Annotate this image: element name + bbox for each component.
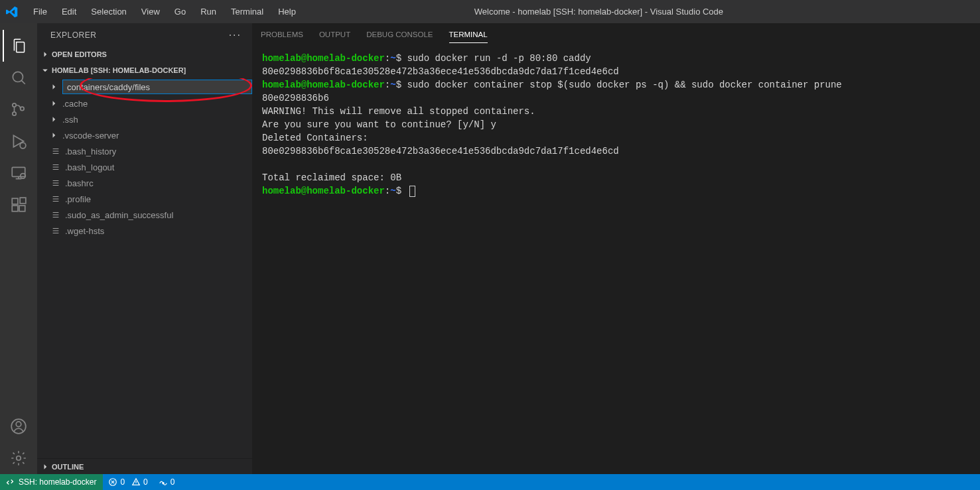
folder-label: .vscode-server — [62, 131, 119, 141]
svg-point-1 — [13, 103, 16, 107]
tab-debug-console[interactable]: DEBUG CONSOLE — [366, 27, 433, 42]
terminal-prompt-user: homelab@homelab-docker — [262, 186, 385, 196]
chevron-right-icon — [49, 83, 58, 91]
svg-rect-7 — [12, 198, 18, 204]
activity-settings-icon[interactable] — [3, 442, 35, 474]
svg-rect-9 — [19, 206, 25, 212]
editor-area: PROBLEMS OUTPUT DEBUG CONSOLE TERMINAL h… — [252, 23, 980, 474]
file-icon — [50, 178, 61, 188]
file-wget-hsts[interactable]: .wget-hsts — [37, 223, 252, 239]
terminal-prompt-user: homelab@homelab-docker — [262, 53, 385, 64]
chevron-right-icon — [41, 463, 49, 471]
explorer-more-icon[interactable]: ··· — [229, 29, 242, 41]
file-label: .bashrc — [65, 178, 94, 188]
file-label: .sudo_as_admin_successful — [65, 210, 173, 220]
terminal-output[interactable]: homelab@homelab-docker:~$ sudo docker ru… — [253, 46, 980, 474]
file-bashrc[interactable]: .bashrc — [37, 175, 252, 191]
chevron-right-icon — [41, 50, 49, 58]
menu-selection[interactable]: Selection — [84, 3, 133, 21]
svg-point-0 — [13, 72, 23, 82]
file-icon — [50, 162, 61, 172]
terminal-line: 80e0298836b6 — [262, 93, 329, 103]
terminal-prompt-user: homelab@homelab-docker — [262, 80, 385, 90]
svg-rect-10 — [20, 198, 26, 204]
activity-run-debug-icon[interactable] — [3, 125, 35, 157]
folder-cache[interactable]: .cache — [37, 95, 252, 111]
file-label: .bash_history — [65, 147, 116, 156]
menu-run[interactable]: Run — [194, 3, 223, 21]
terminal-prompt-path: ~ — [390, 53, 395, 64]
svg-point-4 — [20, 143, 26, 149]
svg-point-2 — [13, 112, 16, 115]
folder-vscode-server[interactable]: .vscode-server — [37, 127, 252, 143]
new-folder-input[interactable] — [62, 80, 252, 94]
explorer-title-row: EXPLORER ··· — [37, 23, 252, 46]
file-icon — [50, 147, 61, 156]
activity-remote-explorer-icon[interactable] — [3, 157, 35, 189]
vscode-logo-icon — [5, 5, 19, 19]
menu-view[interactable]: View — [135, 3, 167, 21]
menu-file[interactable]: File — [27, 3, 54, 21]
file-label: .bash_logout — [65, 162, 114, 172]
terminal-cursor — [409, 186, 415, 197]
svg-rect-8 — [12, 206, 18, 212]
terminal-cmd: sudo docker run -d -p 80:80 caddy — [407, 53, 591, 64]
explorer-sidebar: EXPLORER ··· OPEN EDITORS HOMELAB [SSH: … — [37, 23, 252, 474]
status-problems[interactable]: 0 0 — [103, 474, 153, 490]
status-ports[interactable]: 0 — [153, 474, 180, 490]
file-label: .wget-hsts — [65, 226, 104, 236]
main-area: EXPLORER ··· OPEN EDITORS HOMELAB [SSH: … — [0, 23, 980, 474]
folder-label: .ssh — [62, 115, 78, 125]
chevron-down-icon — [41, 66, 49, 74]
file-bash-logout[interactable]: .bash_logout — [37, 159, 252, 175]
tab-problems[interactable]: PROBLEMS — [261, 27, 303, 42]
menu-edit[interactable]: Edit — [55, 3, 83, 21]
folder-label: .cache — [62, 99, 88, 109]
terminal-line: Are you sure you want to continue? [y/N]… — [262, 119, 496, 130]
activity-bar — [0, 23, 37, 474]
status-bar: SSH: homelab-docker 0 0 0 — [0, 474, 980, 490]
file-sudo-as-admin[interactable]: .sudo_as_admin_successful — [37, 207, 252, 223]
open-editors-label: OPEN EDITORS — [52, 50, 107, 58]
file-icon — [50, 210, 61, 219]
open-editors-header[interactable]: OPEN EDITORS — [37, 46, 252, 62]
activity-account-icon[interactable] — [3, 410, 35, 442]
new-folder-input-row — [37, 78, 252, 95]
file-profile[interactable]: .profile — [37, 191, 252, 207]
tab-output[interactable]: OUTPUT — [319, 27, 350, 42]
svg-point-13 — [17, 456, 21, 461]
menu-help[interactable]: Help — [271, 3, 303, 21]
status-errors-count: 0 — [120, 477, 125, 487]
folder-ssh[interactable]: .ssh — [37, 111, 252, 127]
svg-point-12 — [16, 422, 21, 427]
outline-label: OUTLINE — [52, 463, 84, 471]
outline-header[interactable]: OUTLINE — [37, 458, 252, 474]
chevron-right-icon — [49, 131, 58, 139]
terminal-line: Total reclaimed space: 0B — [262, 172, 401, 183]
terminal-line: 80e0298836b6f8ca1e30528e472b3a36ece41e53… — [262, 66, 619, 77]
terminal-cmd: sudo docker container stop $(sudo docker… — [407, 80, 841, 90]
activity-explorer-icon[interactable] — [3, 30, 35, 62]
status-warnings-count: 0 — [143, 477, 148, 487]
title-bar: File Edit Selection View Go Run Terminal… — [0, 0, 980, 23]
panel-tabs: PROBLEMS OUTPUT DEBUG CONSOLE TERMINAL — [253, 23, 980, 46]
menu-go[interactable]: Go — [168, 3, 192, 21]
svg-point-15 — [163, 483, 164, 484]
status-remote-label: SSH: homelab-docker — [19, 477, 96, 487]
terminal-prompt-path: ~ — [390, 80, 395, 90]
file-icon — [50, 194, 61, 204]
window-title: Welcome - homelab [SSH: homelab-docker] … — [303, 7, 895, 17]
status-ports-count: 0 — [171, 477, 175, 487]
menu-terminal[interactable]: Terminal — [224, 3, 270, 21]
chevron-right-icon — [49, 99, 58, 107]
file-label: .profile — [65, 194, 91, 204]
activity-extensions-icon[interactable] — [3, 189, 35, 221]
terminal-line: 80e0298836b6f8ca1e30528e472b3a36ece41e53… — [262, 146, 619, 156]
activity-source-control-icon[interactable] — [3, 93, 35, 125]
status-remote[interactable]: SSH: homelab-docker — [0, 474, 103, 490]
workspace-header[interactable]: HOMELAB [SSH: HOMELAB-DOCKER] — [37, 62, 252, 78]
file-icon — [50, 226, 61, 235]
file-bash-history[interactable]: .bash_history — [37, 143, 252, 159]
activity-search-icon[interactable] — [3, 62, 35, 93]
tab-terminal[interactable]: TERMINAL — [449, 27, 488, 43]
